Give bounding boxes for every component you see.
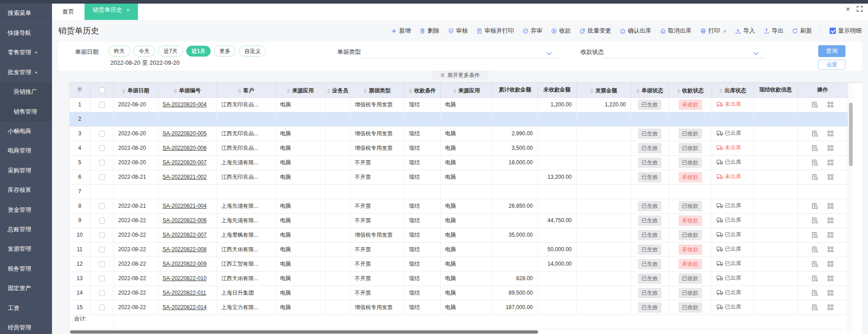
table-row[interactable]: 14 2022-08-22 SA-20220822-011 上海日升集团 电脑 …: [70, 286, 848, 300]
column-header[interactable]: 单据状态: [631, 83, 669, 97]
column-select-all[interactable]: [90, 83, 113, 97]
row-checkbox[interactable]: [99, 131, 105, 137]
sidebar-item[interactable]: 采购管理: [0, 161, 52, 180]
receive-payment-button[interactable]: 收款: [551, 27, 571, 35]
row-checkbox[interactable]: [99, 203, 105, 209]
view-detail-icon[interactable]: [811, 304, 818, 311]
row-checkbox[interactable]: [99, 305, 105, 310]
column-header[interactable]: 未收款金额: [538, 83, 576, 97]
column-header[interactable]: 累计收款金额: [492, 83, 538, 97]
gear-icon[interactable]: [76, 86, 83, 92]
view-detail-icon[interactable]: [811, 290, 818, 296]
row-checkbox[interactable]: [99, 261, 105, 267]
sort-icon[interactable]: [327, 89, 330, 93]
sidebar-item[interactable]: 零售管理 ▼: [0, 43, 52, 62]
row-select-cell[interactable]: [90, 97, 113, 112]
import-button[interactable]: 导入: [735, 27, 755, 35]
sidebar-item[interactable]: 税务管理: [0, 259, 52, 278]
column-header[interactable]: 单据编号: [158, 83, 217, 97]
table-row[interactable]: 7: [70, 184, 848, 199]
refresh-button[interactable]: 刷新: [792, 27, 812, 35]
order-code-link[interactable]: SA-20220820-005: [163, 130, 207, 137]
sidebar-item[interactable]: 快捷导航: [0, 23, 52, 43]
row-select-cell[interactable]: [90, 184, 113, 199]
row-checkbox[interactable]: [99, 276, 105, 282]
row-select-cell[interactable]: [90, 126, 113, 141]
table-row[interactable]: 10 2022-08-22 SA-20220822-007 上海爱枫有限... …: [70, 228, 848, 242]
sort-icon[interactable]: [719, 89, 723, 93]
table-row[interactable]: 13 2022-08-22 SA-20220822-010 江西天佑有限... …: [70, 271, 848, 286]
row-select-cell[interactable]: [90, 155, 113, 170]
table-row[interactable]: 4 2022-08-20 SA-20220820-006 江西无印良品... 电…: [70, 141, 848, 155]
column-header[interactable]: 单据日期: [113, 83, 158, 97]
horizontal-scrollbar-thumb[interactable]: [70, 330, 538, 334]
more-actions-icon[interactable]: [827, 159, 834, 166]
column-settings[interactable]: [70, 83, 90, 97]
row-checkbox[interactable]: [99, 218, 105, 224]
tab-close-icon[interactable]: ×: [126, 7, 130, 14]
more-actions-icon[interactable]: [827, 101, 834, 108]
row-select-cell[interactable]: [90, 199, 113, 213]
row-select-cell[interactable]: [90, 228, 113, 242]
row-select-cell[interactable]: [90, 170, 113, 184]
order-code-link[interactable]: SA-20220821-002: [163, 174, 207, 180]
column-header[interactable]: 现结收款信息: [754, 83, 797, 97]
sidebar-item[interactable]: 搜索菜单: [0, 4, 52, 23]
tab-home[interactable]: 首页: [52, 4, 85, 20]
view-detail-icon[interactable]: [811, 130, 818, 137]
table-row[interactable]: 11 2022-08-22 SA-20220822-008 江西天佑有限... …: [70, 242, 848, 257]
order-code-link[interactable]: SA-20220822-008: [163, 246, 207, 253]
order-code-link[interactable]: SA-20220822-009: [163, 261, 207, 267]
column-header[interactable]: 客户: [217, 83, 275, 97]
sort-icon[interactable]: [453, 89, 457, 93]
pay-status-select[interactable]: [603, 58, 764, 58]
view-detail-icon[interactable]: [811, 246, 818, 253]
view-detail-icon[interactable]: [811, 261, 818, 267]
view-detail-icon[interactable]: [811, 203, 818, 210]
sidebar-item[interactable]: 资金管理: [0, 200, 52, 219]
vertical-scrollbar[interactable]: [848, 83, 853, 334]
date-pill[interactable]: 更多: [214, 46, 236, 57]
view-detail-icon[interactable]: [811, 232, 818, 239]
date-pill[interactable]: 自定义: [239, 46, 266, 57]
column-header[interactable]: 出库状态: [712, 83, 754, 97]
sort-icon[interactable]: [122, 89, 126, 93]
row-select-cell[interactable]: [90, 300, 113, 315]
sort-icon[interactable]: [677, 89, 680, 93]
row-checkbox[interactable]: [99, 102, 105, 108]
date-pill[interactable]: 近7天: [158, 46, 183, 57]
sidebar-item[interactable]: 总账管理: [0, 219, 52, 239]
close-icon[interactable]: ×: [846, 5, 850, 12]
select-all-checkbox[interactable]: [99, 87, 105, 93]
settings-button[interactable]: 设置: [818, 60, 845, 70]
table-row[interactable]: 5 2022-08-20 SA-20220820-007 上海先浦有限... 电…: [70, 155, 848, 170]
row-select-cell[interactable]: [90, 141, 113, 155]
order-code-link[interactable]: SA-20220820-006: [163, 145, 207, 151]
row-checkbox[interactable]: [99, 145, 105, 151]
view-detail-icon[interactable]: [811, 159, 818, 166]
view-detail-icon[interactable]: [811, 145, 818, 152]
row-checkbox[interactable]: [99, 232, 105, 238]
sort-icon[interactable]: [636, 89, 640, 93]
export-button[interactable]: 导出: [764, 27, 783, 35]
row-select-cell[interactable]: [90, 242, 113, 257]
sort-icon[interactable]: [590, 89, 594, 93]
column-header[interactable]: 票据类型: [350, 83, 404, 97]
sort-icon[interactable]: [409, 89, 412, 93]
column-header[interactable]: 收款状态: [669, 83, 712, 97]
table-row[interactable]: 1 2022-08-20 SA-20220820-004 江西无印良品... 电…: [70, 97, 848, 112]
sidebar-item[interactable]: 经营管理: [0, 318, 52, 334]
column-header[interactable]: 来源应用: [440, 83, 492, 97]
delete-button[interactable]: 删除: [420, 27, 439, 35]
more-actions-icon[interactable]: [827, 130, 834, 137]
sidebar-item[interactable]: 批发管理 ▲: [0, 62, 52, 82]
fullscreen-icon[interactable]: [857, 6, 863, 12]
sidebar-item[interactable]: 电商管理: [0, 141, 52, 161]
column-header[interactable]: 操作: [797, 83, 848, 97]
row-select-cell[interactable]: [90, 286, 113, 300]
sidebar-item[interactable]: 销售管理: [0, 102, 52, 121]
column-header[interactable]: 业务员: [325, 83, 350, 97]
more-actions-icon[interactable]: [827, 261, 834, 267]
row-checkbox[interactable]: [99, 247, 105, 253]
order-code-link[interactable]: SA-20220822-010: [163, 275, 207, 282]
